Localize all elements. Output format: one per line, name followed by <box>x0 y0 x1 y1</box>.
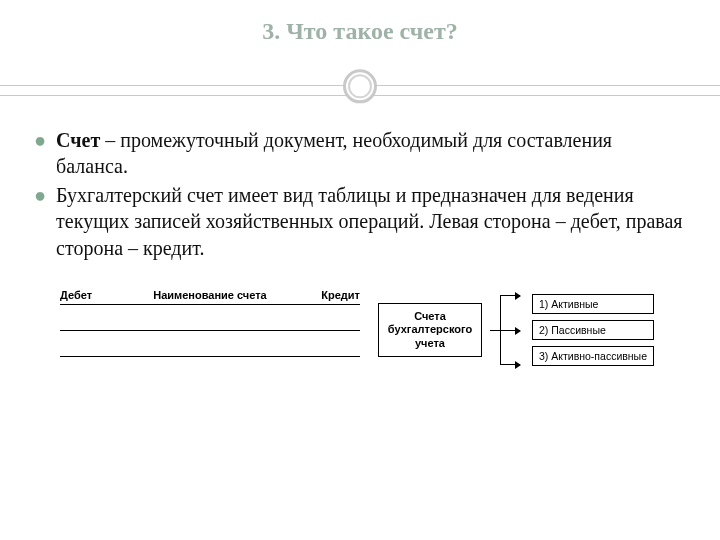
t-account-name-label: Наименование счета <box>118 289 302 301</box>
diagram-type-list: 1) Активные 2) Пассивные 3) Активно-пасс… <box>532 294 654 366</box>
t-account-row <box>60 305 360 331</box>
accounts-diagram: Счета бухгалтерского учета 1) Активные 2… <box>378 289 686 371</box>
t-account-credit-label: Кредит <box>302 289 360 301</box>
t-account-figure: Дебет Наименование счета Кредит <box>60 289 360 357</box>
diagram-connectors <box>490 289 524 371</box>
t-account-row <box>60 331 360 357</box>
bullet-icon: ● <box>34 127 46 180</box>
divider-ornament <box>0 65 720 105</box>
type-box-active: 1) Активные <box>532 294 654 314</box>
diagram-central-box: Счета бухгалтерского учета <box>378 303 482 357</box>
ring-icon <box>343 69 377 103</box>
term: Счет <box>56 129 100 151</box>
bullet-item: ● Бухгалтерский счет имеет вид таблицы и… <box>34 182 686 261</box>
arrow-icon <box>500 295 520 296</box>
slide-title: 3. Что такое счет? <box>0 18 720 45</box>
t-account-debit-label: Дебет <box>60 289 118 301</box>
bullet-icon: ● <box>34 182 46 261</box>
bullet-item: ● Счет – промежуточный документ, необход… <box>34 127 686 180</box>
box-line: учета <box>415 337 445 349</box>
bullet-text: Бухгалтерский счет имеет вид таблицы и п… <box>56 182 686 261</box>
arrow-icon <box>500 330 520 331</box>
definition: – промежуточный документ, необходимый дл… <box>56 129 612 177</box>
box-line: бухгалтерского <box>388 323 472 335</box>
type-box-passive: 2) Пассивные <box>532 320 654 340</box>
box-line: Счета <box>414 310 446 322</box>
type-box-active-passive: 3) Активно-пассивные <box>532 346 654 366</box>
figures-row: Дебет Наименование счета Кредит Счета бу… <box>0 263 720 371</box>
connector-line <box>490 330 500 331</box>
body-content: ● Счет – промежуточный документ, необход… <box>0 105 720 261</box>
arrow-icon <box>500 364 520 365</box>
bullet-text: Счет – промежуточный документ, необходим… <box>56 127 686 180</box>
t-account-header: Дебет Наименование счета Кредит <box>60 289 360 305</box>
